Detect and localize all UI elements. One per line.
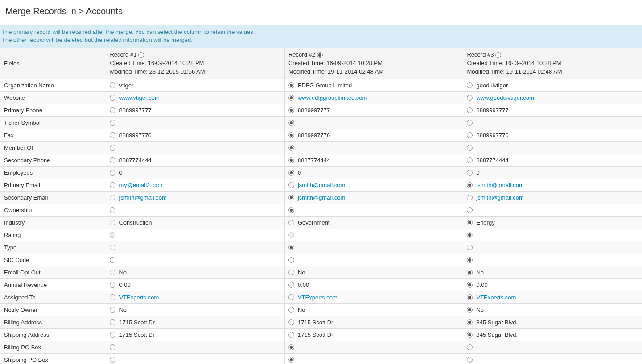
field-value-radio[interactable]	[110, 132, 115, 138]
field-value-radio[interactable]	[467, 220, 473, 225]
field-value-radio[interactable]	[288, 132, 294, 138]
field-value-radio[interactable]	[288, 220, 294, 225]
merge-value-cell: jsmith@gmail.com	[106, 191, 285, 204]
field-value-radio[interactable]	[288, 207, 294, 213]
field-value-radio[interactable]	[288, 307, 294, 313]
field-label: Industry	[0, 216, 106, 229]
field-value-radio[interactable]	[467, 332, 473, 338]
field-value-link[interactable]: my@email2.com	[119, 182, 281, 188]
field-value-link[interactable]: VTExperts.com	[119, 294, 281, 301]
field-value-radio[interactable]	[110, 95, 115, 101]
field-value-link[interactable]: www.gooduivtiger.com	[476, 94, 638, 101]
field-value-radio[interactable]	[288, 120, 294, 126]
field-value-radio[interactable]	[110, 294, 115, 300]
table-row: Secondary Phone8887774444888777444488877…	[0, 154, 642, 166]
merge-value-cell	[463, 141, 642, 154]
field-value-radio[interactable]	[110, 207, 115, 213]
merge-value-cell: 0	[284, 166, 463, 179]
field-value-radio[interactable]	[467, 270, 473, 275]
primary-record-radio[interactable]	[317, 52, 323, 58]
merge-value-cell	[106, 141, 285, 154]
field-value-radio[interactable]	[288, 182, 294, 188]
field-value-radio[interactable]	[110, 82, 115, 88]
field-value-radio[interactable]	[467, 82, 473, 88]
field-value-radio[interactable]	[288, 95, 294, 101]
merge-value-cell: 8887774444	[463, 154, 642, 166]
field-value-radio[interactable]	[110, 344, 115, 350]
field-value-radio[interactable]	[110, 282, 115, 288]
primary-record-radio[interactable]	[495, 52, 501, 58]
field-value-radio[interactable]	[467, 145, 473, 151]
merge-value-cell: www.vtiger.com	[106, 91, 285, 104]
field-value-radio[interactable]	[467, 195, 473, 200]
field-value-link[interactable]: jsmith@gmail.com	[476, 194, 638, 201]
field-value-radio[interactable]	[467, 307, 473, 313]
field-value-radio[interactable]	[110, 170, 115, 176]
field-value-radio[interactable]	[288, 332, 294, 338]
field-value-radio[interactable]	[288, 245, 294, 250]
table-row: IndustryConstructionGovernmentEnergy	[0, 216, 642, 229]
field-value-radio[interactable]	[110, 270, 115, 275]
field-value-link[interactable]: VTExperts.com	[476, 294, 638, 301]
field-value-radio[interactable]	[288, 145, 294, 151]
primary-record-radio[interactable]	[138, 52, 144, 58]
field-value-radio[interactable]	[110, 182, 115, 188]
field-value-radio[interactable]	[288, 319, 294, 325]
field-value-radio[interactable]	[467, 107, 473, 113]
field-value-radio[interactable]	[288, 357, 294, 363]
field-value-radio[interactable]	[467, 245, 473, 250]
merge-value-cell: vtiger	[106, 79, 285, 91]
field-value-link[interactable]: VTExperts.com	[298, 294, 460, 301]
field-value-radio[interactable]	[288, 344, 294, 350]
field-value-radio[interactable]	[467, 344, 473, 350]
merge-value-cell: 8889997777	[106, 104, 285, 116]
field-value-link[interactable]: www.edfggrouplimited.com	[298, 94, 460, 101]
merge-value-cell: 0	[463, 166, 642, 179]
field-value-radio[interactable]	[467, 257, 473, 263]
field-value-link[interactable]: jsmith@gmail.com	[298, 182, 460, 188]
field-value-radio[interactable]	[110, 332, 115, 338]
field-label: SIC Code	[0, 254, 106, 266]
field-value-radio[interactable]	[110, 257, 115, 263]
field-value-radio[interactable]	[110, 357, 115, 363]
field-value-radio[interactable]	[467, 182, 473, 188]
record-header-label: Record #2	[288, 51, 315, 59]
field-value-radio[interactable]	[467, 282, 473, 288]
field-value-radio[interactable]	[467, 207, 473, 213]
field-value-radio[interactable]	[288, 282, 294, 288]
field-value-radio[interactable]	[467, 157, 473, 163]
field-value-radio[interactable]	[288, 257, 294, 263]
field-label: Primary Email	[0, 179, 106, 191]
field-value-radio[interactable]	[467, 120, 473, 126]
field-value-radio[interactable]	[467, 319, 473, 325]
field-value-radio[interactable]	[288, 82, 294, 88]
field-value-radio[interactable]	[467, 357, 473, 363]
field-value-radio[interactable]	[288, 294, 294, 300]
field-value-radio[interactable]	[467, 170, 473, 176]
field-value-radio[interactable]	[288, 195, 294, 200]
field-value-radio[interactable]	[110, 145, 115, 151]
field-value-radio[interactable]	[288, 270, 294, 275]
field-value-radio[interactable]	[467, 95, 473, 101]
field-value-radio[interactable]	[110, 319, 115, 325]
field-value-radio[interactable]	[110, 245, 115, 250]
field-value-radio[interactable]	[288, 170, 294, 176]
field-label: Member Of	[0, 141, 106, 154]
merge-value-cell: 8889997777	[284, 104, 463, 116]
field-value-radio[interactable]	[110, 220, 115, 225]
field-value-radio[interactable]	[110, 120, 115, 126]
field-value-radio[interactable]	[110, 307, 115, 313]
field-value-link[interactable]: jsmith@gmail.com	[298, 194, 460, 201]
field-value-radio[interactable]	[288, 107, 294, 113]
field-value-link[interactable]: www.vtiger.com	[119, 94, 281, 101]
field-value-radio[interactable]	[110, 107, 115, 113]
field-value-radio[interactable]	[288, 157, 294, 163]
field-value-radio[interactable]	[467, 294, 473, 300]
merge-value-cell: gooduivtiger	[463, 79, 642, 91]
field-value-radio[interactable]	[110, 157, 115, 163]
field-label: Annual Revenue	[0, 278, 106, 291]
field-value-link[interactable]: jsmith@gmail.com	[476, 182, 638, 188]
field-value-link[interactable]: jsmith@gmail.com	[119, 194, 281, 201]
field-value-radio[interactable]	[110, 195, 115, 200]
field-value-radio[interactable]	[467, 132, 473, 138]
